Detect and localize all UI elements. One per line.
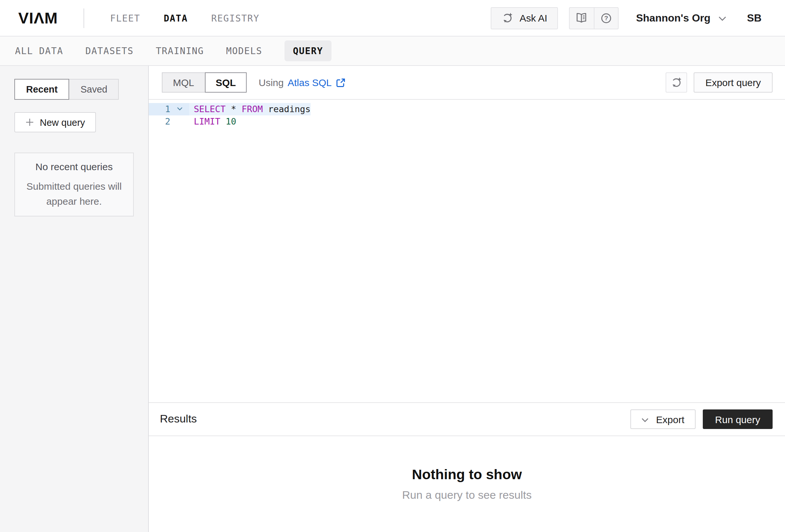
results-actions: Export Run query <box>631 409 773 429</box>
avatar[interactable]: SB <box>747 12 761 24</box>
topbar-left: VIΛM FLEET DATA REGISTRY <box>18 8 259 28</box>
external-link-icon <box>336 78 346 87</box>
help-button[interactable]: ? <box>593 7 617 28</box>
results-empty-state: Nothing to show Run a query to see resul… <box>149 436 785 532</box>
fold-spacer <box>170 115 189 127</box>
code-line[interactable]: 1SELECT * FROM readings <box>149 103 785 115</box>
viam-logo[interactable]: VIΛM <box>18 10 58 26</box>
sql-editor[interactable]: 1SELECT * FROM readings2LIMIT 10 <box>149 100 785 402</box>
ai-sparkle-refresh-icon <box>501 12 513 24</box>
sql-tab[interactable]: SQL <box>205 72 247 92</box>
top-tab-registry[interactable]: REGISTRY <box>211 13 260 23</box>
saved-tab[interactable]: Saved <box>69 79 119 100</box>
book-icon <box>575 11 588 24</box>
results-title: Results <box>160 413 197 426</box>
results-empty-subtitle: Run a query to see results <box>402 489 532 502</box>
chevron-down-icon <box>718 16 726 21</box>
top-tab-data[interactable]: DATA <box>164 13 188 23</box>
results-header: Results Export Run query <box>149 402 785 436</box>
org-name: Shannon's Org <box>636 12 710 24</box>
no-recent-queries-title: No recent queries <box>35 161 113 172</box>
svg-text:?: ? <box>604 14 608 21</box>
line-number: 1 <box>149 103 170 115</box>
recent-saved-toggle: Recent Saved <box>15 79 134 100</box>
top-tabs: FLEET DATA REGISTRY <box>110 13 259 23</box>
ai-sparkle-refresh-icon <box>670 76 683 89</box>
results-empty-title: Nothing to show <box>412 467 522 483</box>
line-number: 2 <box>149 115 170 127</box>
no-recent-queries-subtitle: Submitted queries will appear here. <box>23 178 125 208</box>
export-query-button[interactable]: Export query <box>694 72 773 92</box>
top-navigation-bar: VIΛM FLEET DATA REGISTRY Ask AI <box>0 0 785 36</box>
editor-gutter[interactable]: 1 <box>149 103 189 115</box>
export-results-label: Export <box>656 414 684 425</box>
query-main-panel: MQL SQL Using Atlas SQL <box>149 66 785 532</box>
sub-tab-all-data[interactable]: ALL DATA <box>15 46 63 56</box>
query-language-toggle: MQL SQL <box>162 72 247 92</box>
new-query-button[interactable]: New query <box>15 112 96 132</box>
question-mark-icon: ? <box>599 11 612 24</box>
using-atlas-sql: Using Atlas SQL <box>259 77 346 88</box>
code-line[interactable]: 2LIMIT 10 <box>149 115 785 127</box>
fold-chevron-icon[interactable] <box>170 103 189 115</box>
no-recent-queries-box: No recent queries Submitted queries will… <box>15 153 134 216</box>
org-switcher[interactable]: Shannon's Org <box>636 12 726 24</box>
ask-ai-button[interactable]: Ask AI <box>491 7 558 29</box>
divider <box>83 8 84 28</box>
query-toolbar: MQL SQL Using Atlas SQL <box>149 66 785 100</box>
ask-ai-label: Ask AI <box>520 12 547 24</box>
data-subnav: ALL DATA DATASETS TRAINING MODELS QUERY <box>0 36 785 66</box>
plus-icon <box>25 118 34 127</box>
atlas-sql-link-label: Atlas SQL <box>287 77 331 88</box>
new-query-label: New query <box>40 117 85 128</box>
export-results-button[interactable]: Export <box>631 409 695 429</box>
chevron-down-icon <box>642 418 649 422</box>
viam-app: VIΛM FLEET DATA REGISTRY Ask AI <box>0 0 785 532</box>
query-sidebar: Recent Saved New query No recent queries… <box>0 66 149 532</box>
content-area: Recent Saved New query No recent queries… <box>0 66 785 532</box>
sub-tab-training[interactable]: TRAINING <box>156 46 204 56</box>
code-text[interactable]: SELECT * FROM readings <box>189 103 311 115</box>
documentation-button[interactable] <box>569 7 593 28</box>
code-text[interactable]: LIMIT 10 <box>189 115 236 127</box>
run-query-button[interactable]: Run query <box>703 409 773 429</box>
mql-tab[interactable]: MQL <box>162 72 205 92</box>
ai-refresh-button[interactable] <box>665 72 687 92</box>
top-tab-fleet[interactable]: FLEET <box>110 13 140 23</box>
sub-tab-query[interactable]: QUERY <box>284 41 331 61</box>
editor-gutter[interactable]: 2 <box>149 115 189 127</box>
atlas-sql-link[interactable]: Atlas SQL <box>287 77 345 88</box>
using-label: Using <box>259 77 284 88</box>
recent-tab[interactable]: Recent <box>15 79 70 100</box>
topbar-right: Ask AI ? <box>491 7 761 29</box>
help-button-group: ? <box>569 7 618 29</box>
sub-tab-datasets[interactable]: DATASETS <box>85 46 134 56</box>
sub-tab-models[interactable]: MODELS <box>226 46 262 56</box>
